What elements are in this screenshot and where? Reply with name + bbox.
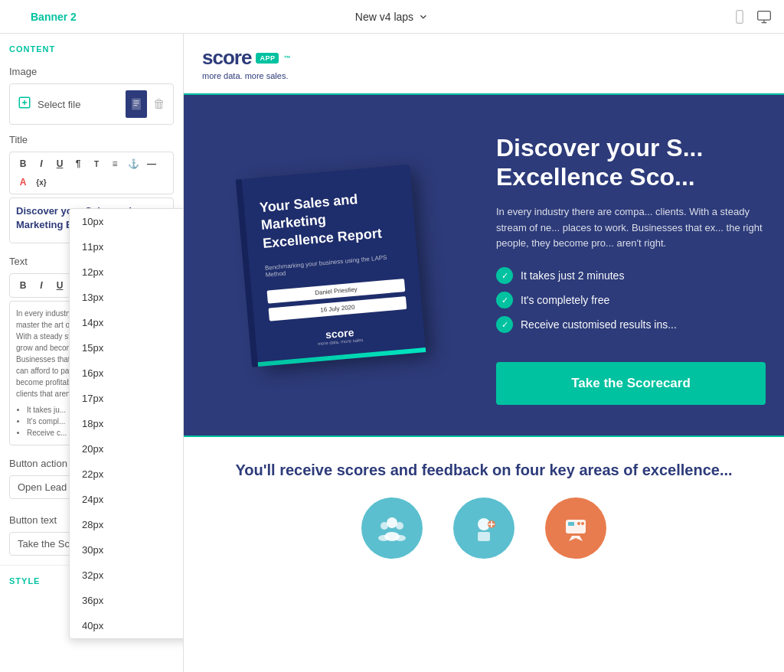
logo-tagline: more data. more sales. (202, 71, 291, 80)
scoreapp-header: score APP ™ more data. more sales. (184, 34, 784, 93)
svg-rect-2 (758, 11, 771, 20)
svg-point-14 (395, 535, 406, 541)
logo-row: score APP ™ (202, 46, 291, 70)
book-logo: score more data. more sales (270, 321, 409, 351)
link-button[interactable]: ⚓ (125, 155, 142, 172)
upload-icon (18, 96, 31, 113)
logo-app-badge: APP (256, 53, 279, 64)
svg-rect-0 (737, 10, 743, 23)
icon-circle-1 (361, 497, 423, 559)
book-subtitle: Benchmarking your business using the LAP… (265, 253, 403, 279)
image-label: Image (0, 60, 183, 80)
check-icon-2: ✓ (496, 292, 513, 308)
paragraph-button[interactable]: ¶ (70, 155, 87, 172)
font-size-14[interactable]: 14px (70, 310, 184, 335)
check-icon-3: ✓ (496, 316, 513, 333)
font-size-36[interactable]: 36px (70, 588, 184, 613)
main-layout: CONTENT Image Select file 🗑 (0, 34, 784, 672)
svg-point-13 (378, 535, 389, 541)
text-bold-button[interactable]: B (15, 277, 31, 294)
font-size-12[interactable]: 12px (70, 259, 184, 285)
preview-area: score APP ™ more data. more sales. Your … (184, 34, 784, 672)
title-label: Title (0, 128, 183, 148)
delete-image-button[interactable]: 🗑 (153, 97, 165, 111)
text-underline-button[interactable]: U (51, 277, 68, 294)
logo-score-text: score (202, 46, 251, 70)
list-button[interactable]: ≡ (106, 155, 123, 172)
project-name: New v4 laps (355, 11, 413, 23)
title-toolbar: B I U ¶ T ≡ ⚓ — A {x} (9, 152, 174, 194)
variable-button[interactable]: {x} (33, 174, 50, 191)
banner-content: Discover your S...Excellence Sco... In e… (484, 95, 784, 435)
icon-row (202, 497, 766, 559)
svg-rect-17 (478, 532, 490, 541)
below-banner: You'll receive scores and feedback on fo… (184, 435, 784, 583)
check-icon-1: ✓ (496, 267, 513, 284)
font-size-40[interactable]: 40px (70, 613, 184, 638)
font-size-10[interactable]: 10px (70, 209, 184, 234)
svg-point-9 (387, 517, 397, 528)
select-file-label: Select file (38, 99, 119, 110)
text-italic-button[interactable]: I (33, 277, 50, 294)
icon-circle-2 (453, 497, 514, 559)
scoreapp-logo: score APP ™ more data. more sales. (202, 46, 291, 80)
font-size-11[interactable]: 11px (70, 234, 184, 259)
font-size-32[interactable]: 32px (70, 563, 184, 588)
topbar: Banner 2 New v4 laps (0, 0, 784, 34)
view-icons (732, 9, 772, 24)
font-size-24[interactable]: 24px (70, 487, 184, 512)
text-size-button[interactable]: T (88, 155, 105, 172)
font-size-15[interactable]: 15px (70, 335, 184, 360)
book-spine (236, 179, 258, 367)
image-upload-area[interactable]: Select file 🗑 (9, 83, 174, 125)
color-button[interactable]: A (15, 174, 31, 191)
svg-rect-4 (132, 98, 141, 109)
banner-heading: Discover your S...Excellence Sco... (496, 133, 766, 192)
checklist-text-2: It's completely free (521, 294, 609, 306)
svg-point-11 (396, 522, 403, 530)
banner-description: In every industry there are compa... cli… (496, 204, 766, 252)
book-container: Your Sales and Marketing Excellence Repo… (184, 95, 484, 435)
project-selector[interactable]: New v4 laps (355, 11, 429, 23)
banner-title: Banner 2 (31, 11, 77, 23)
below-banner-title: You'll receive scores and feedback on fo… (202, 462, 766, 479)
book: Your Sales and Marketing Excellence Repo… (242, 164, 426, 366)
font-size-28[interactable]: 28px (70, 512, 184, 537)
svg-point-10 (381, 522, 388, 530)
font-size-13[interactable]: 13px (70, 285, 184, 310)
bold-button[interactable]: B (15, 155, 31, 172)
font-size-16[interactable]: 16px (70, 360, 184, 386)
book-bottom-accent (258, 347, 426, 367)
svg-point-25 (581, 522, 584, 525)
banner-section: Your Sales and Marketing Excellence Repo… (184, 95, 784, 435)
left-panel: CONTENT Image Select file 🗑 (0, 34, 184, 672)
font-size-17[interactable]: 17px (70, 386, 184, 411)
svg-point-24 (577, 522, 580, 525)
mobile-icon[interactable] (732, 9, 747, 24)
book-title: Your Sales and Marketing Excellence Repo… (259, 187, 400, 253)
font-size-18[interactable]: 18px (70, 411, 184, 436)
content-header: CONTENT (0, 34, 183, 60)
icon-circle-3 (545, 497, 606, 559)
checklist-text-3: Receive customised results ins... (521, 318, 677, 331)
image-thumbnail (126, 90, 147, 118)
font-size-20[interactable]: 20px (70, 436, 184, 462)
underline-button[interactable]: U (51, 155, 68, 172)
checklist-item-2: ✓ It's completely free (496, 292, 766, 308)
take-scorecard-button[interactable]: Take the Scorecard (496, 362, 766, 405)
checklist-item-3: ✓ Receive customised results ins... (496, 316, 766, 333)
checklist-item-1: ✓ It takes just 2 minutes (496, 267, 766, 284)
desktop-icon[interactable] (756, 9, 772, 24)
italic-button[interactable]: I (33, 155, 50, 172)
font-size-dropdown[interactable]: 10px 11px 12px 13px 14px 15px 16px 17px … (69, 208, 184, 639)
dash-button[interactable]: — (143, 155, 160, 172)
font-size-30[interactable]: 30px (70, 537, 184, 563)
checklist-text-1: It takes just 2 minutes (521, 269, 624, 282)
svg-rect-22 (566, 520, 586, 533)
banner-checklist: ✓ It takes just 2 minutes ✓ It's complet… (496, 267, 766, 341)
font-size-22[interactable]: 22px (70, 462, 184, 487)
svg-rect-23 (568, 522, 574, 526)
